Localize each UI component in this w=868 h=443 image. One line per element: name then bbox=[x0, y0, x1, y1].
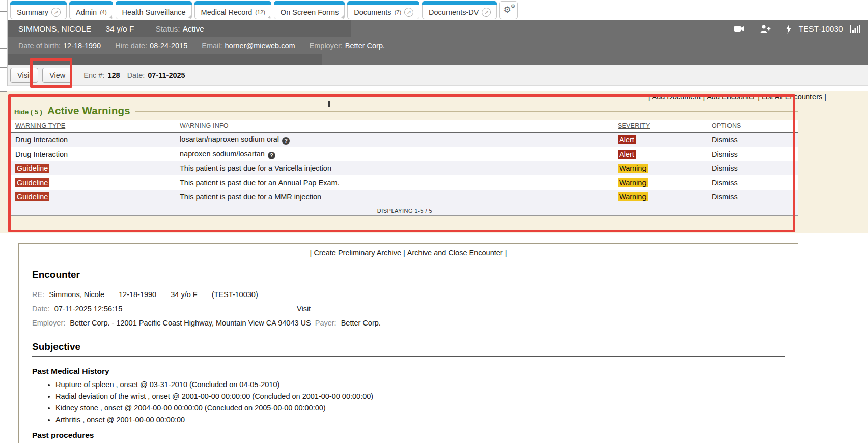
severity-badge: Warning bbox=[618, 192, 648, 201]
tab-count-badge: (7) bbox=[395, 9, 401, 15]
re-label: RE: bbox=[32, 290, 44, 299]
warning-info: naproxen sodium/losartan bbox=[180, 150, 265, 158]
severity-badge: Warning bbox=[618, 178, 648, 187]
external-link-icon[interactable] bbox=[51, 8, 61, 17]
past-medical-history-list: Rupture of spleen , onset @ 03-31-2010 (… bbox=[32, 380, 785, 424]
dismiss-link[interactable]: Dismiss bbox=[712, 150, 738, 158]
banner-icon-group: TEST-10030 bbox=[734, 20, 860, 37]
pmh-item: Kidney stone , onset @ 2004-00-00 00:00:… bbox=[55, 404, 785, 412]
tab-label: Medical Record bbox=[201, 8, 253, 16]
video-camera-icon[interactable] bbox=[734, 24, 745, 33]
separator: | bbox=[403, 249, 405, 257]
tab-count-badge: (4) bbox=[100, 9, 106, 15]
separator: | bbox=[310, 249, 312, 257]
dismiss-link[interactable]: Dismiss bbox=[712, 179, 738, 187]
encounter-datetime: 07-11-2025 12:56:15 bbox=[54, 305, 123, 313]
warnings-table: WARNING TYPE WARNING INFO SEVERITY OPTIO… bbox=[11, 120, 798, 216]
column-options: OPTIONS bbox=[712, 122, 741, 129]
employer-label: Employer: bbox=[32, 319, 65, 327]
re-name: Simmons, Nicole bbox=[49, 290, 104, 299]
create-preliminary-archive-link[interactable]: Create Preliminary Archive bbox=[314, 249, 401, 257]
tab-documents-dv[interactable]: Documents-DV bbox=[422, 1, 497, 19]
demographic-field: Email:horner@mieweb.com bbox=[202, 42, 295, 50]
add-encounter-link[interactable]: Add Encounter bbox=[707, 93, 755, 101]
demographic-field: Hire date:08-24-2015 bbox=[115, 42, 187, 50]
tab-on-screen-forms[interactable]: On Screen Forms bbox=[274, 1, 345, 19]
column-warning-info: WARNING INFO bbox=[180, 122, 229, 129]
archive-and-close-link[interactable]: Archive and Close Encounter bbox=[407, 249, 503, 257]
separator: | bbox=[505, 249, 507, 257]
re-patient-id: (TEST-10030) bbox=[212, 290, 258, 299]
enc-number-label: Enc #: bbox=[83, 71, 104, 79]
warning-row: Guideline This patient is past due for a… bbox=[11, 161, 798, 175]
visit-button[interactable]: Visit bbox=[10, 68, 38, 83]
enc-date-value: 07-11-2025 bbox=[148, 71, 185, 79]
tab-medical-record[interactable]: Medical Record (12) bbox=[194, 1, 271, 19]
active-warnings-panel: Hide ( 5 ) Active Warnings WARNING TYPE … bbox=[11, 102, 798, 216]
patient-banner: SIMMONS, NICOLE 34 y/o F Status: Active … bbox=[7, 20, 868, 65]
re-line: RE: Simmons, Nicole 12-18-1990 34 y/o F … bbox=[32, 290, 785, 299]
pmh-item: Rupture of spleen , onset @ 03-31-2010 (… bbox=[55, 380, 785, 389]
date-line: Date: 07-11-2025 12:56:15 Visit bbox=[32, 305, 785, 313]
gears-icon[interactable] bbox=[499, 1, 518, 19]
employer-line: Employer: Better Corp. - 12001 Pacific C… bbox=[32, 319, 785, 327]
list-all-encounters-link[interactable]: List All Encounters bbox=[762, 93, 822, 101]
demographic-field: Employer:Better Corp. bbox=[310, 42, 385, 50]
tab-summary[interactable]: Summary bbox=[10, 1, 67, 19]
gutter-tick bbox=[0, 11, 7, 12]
warning-row: Drug Interaction losartan/naproxen sodiu… bbox=[11, 133, 798, 147]
cursor-artifact bbox=[328, 101, 330, 107]
tab-health-surveillance[interactable]: Health Surveillance bbox=[116, 1, 192, 19]
patient-name: SIMMONS, NICOLE bbox=[18, 24, 91, 34]
warning-info: This patient is past due for an Annual P… bbox=[180, 179, 340, 187]
status-value: Active bbox=[183, 24, 204, 34]
employer-value: Better Corp. - 12001 Pacific Coast Highw… bbox=[70, 319, 311, 327]
lightning-icon[interactable] bbox=[786, 24, 792, 34]
dismiss-link[interactable]: Dismiss bbox=[712, 136, 738, 144]
header-rule bbox=[135, 111, 798, 112]
external-link-icon[interactable] bbox=[482, 8, 491, 17]
left-gutter-line bbox=[7, 0, 8, 86]
warning-row: Guideline This patient is past due for a… bbox=[11, 190, 798, 204]
dismiss-link[interactable]: Dismiss bbox=[712, 193, 738, 201]
spacer bbox=[0, 86, 868, 91]
patient-id: TEST-10030 bbox=[799, 24, 843, 33]
warning-type-badge: Guideline bbox=[15, 178, 49, 187]
tab-documents[interactable]: Documents (7) bbox=[347, 1, 419, 19]
status-label: Status: bbox=[155, 24, 180, 34]
tab-label: On Screen Forms bbox=[281, 8, 339, 16]
severity-badge: Alert bbox=[618, 150, 636, 159]
re-dob: 12-18-1990 bbox=[119, 290, 156, 299]
date-label: Date: bbox=[32, 305, 50, 313]
chart-tab-bar: Summary Admin (4) Health Surveillance Me… bbox=[7, 0, 868, 20]
divider bbox=[32, 284, 785, 284]
help-icon[interactable] bbox=[282, 137, 290, 145]
add-patient-icon[interactable] bbox=[760, 24, 771, 33]
separator: | bbox=[703, 93, 705, 101]
visit-type: Visit bbox=[297, 305, 311, 313]
add-document-link[interactable]: Add Document bbox=[652, 93, 701, 101]
active-warnings-header: Hide ( 5 ) Active Warnings bbox=[11, 102, 798, 120]
tab-label: Admin bbox=[76, 8, 97, 16]
column-warning-type[interactable]: WARNING TYPE bbox=[15, 122, 65, 129]
warning-info: This patient is past due for a Varicella… bbox=[180, 164, 331, 172]
warning-info: This patient is past due for a MMR injec… bbox=[180, 193, 321, 201]
column-severity[interactable]: SEVERITY bbox=[618, 122, 650, 129]
hide-warnings-link[interactable]: Hide ( 5 ) bbox=[14, 108, 42, 116]
tab-admin[interactable]: Admin (4) bbox=[69, 1, 113, 19]
encounter-toolbar: Visit View Enc #: 128 Date: 07-11-2025 bbox=[7, 65, 868, 86]
bar-chart-icon[interactable] bbox=[850, 25, 860, 33]
pmh-item: Radial deviation of the wrist , onset @ … bbox=[55, 392, 785, 400]
gutter-tick bbox=[0, 91, 7, 92]
warning-type-badge: Guideline bbox=[15, 164, 49, 173]
warning-type: Drug Interaction bbox=[11, 150, 176, 158]
dismiss-link[interactable]: Dismiss bbox=[712, 164, 738, 172]
external-link-icon[interactable] bbox=[404, 8, 413, 17]
encounter-action-links: |Add Document|Add Encounter|List All Enc… bbox=[0, 91, 868, 101]
tab-label: Health Surveillance bbox=[122, 8, 186, 16]
past-medical-history-heading: Past Medical History bbox=[32, 367, 785, 376]
re-age-sex: 34 y/o F bbox=[171, 290, 197, 299]
help-icon[interactable] bbox=[268, 152, 275, 159]
demographic-field: Date of birth:12-18-1990 bbox=[18, 42, 101, 50]
view-button[interactable]: View bbox=[42, 68, 72, 83]
